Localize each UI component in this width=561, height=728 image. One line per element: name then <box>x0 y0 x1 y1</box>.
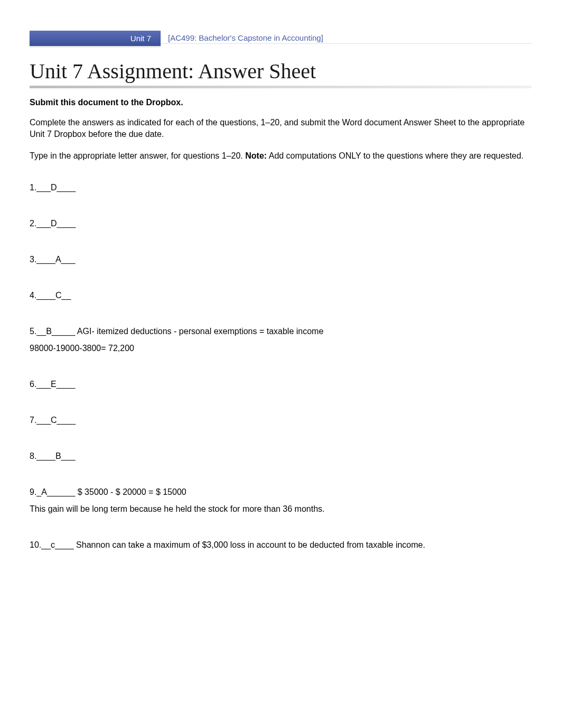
instruction-paragraph-2: Type in the appropriate letter answer, f… <box>30 150 531 162</box>
answer-7: 7.___C____ <box>30 416 531 425</box>
course-label: [AC499: Bachelor's Capstone in Accountin… <box>161 33 531 44</box>
answer-1: 1.___D____ <box>30 183 531 192</box>
answer-5: 5.__B_____ AGI- itemized deductions - pe… <box>30 327 531 336</box>
answer-9-detail: This gain will be long term because he h… <box>30 504 531 514</box>
instruction-paragraph-1: Complete the answers as indicated for ea… <box>30 117 531 141</box>
title-underline <box>30 86 531 88</box>
answer-3: 3.____A___ <box>30 255 531 264</box>
note-label: Note: <box>245 151 267 160</box>
answer-4: 4.____C__ <box>30 291 531 300</box>
answer-2: 2.___D____ <box>30 219 531 228</box>
unit-badge: Unit 7 <box>30 31 161 46</box>
answer-9: 9._A______ $ 35000 - $ 20000 = $ 15000 <box>30 487 531 497</box>
instruction-2-pre: Type in the appropriate letter answer, f… <box>30 151 245 160</box>
instruction-2-post: Add computations ONLY to the questions w… <box>267 151 523 160</box>
answer-6: 6.___E____ <box>30 380 531 389</box>
answer-10: 10.__c____ Shannon can take a maximum of… <box>30 540 531 550</box>
header-bar: Unit 7 [AC499: Bachelor's Capstone in Ac… <box>30 31 531 46</box>
answer-8: 8.____B___ <box>30 451 531 461</box>
submit-instruction: Submit this document to the Dropbox. <box>30 98 531 107</box>
answer-5-detail: 98000-19000-3800= 72,200 <box>30 344 531 353</box>
page-title: Unit 7 Assignment: Answer Sheet <box>30 59 531 84</box>
